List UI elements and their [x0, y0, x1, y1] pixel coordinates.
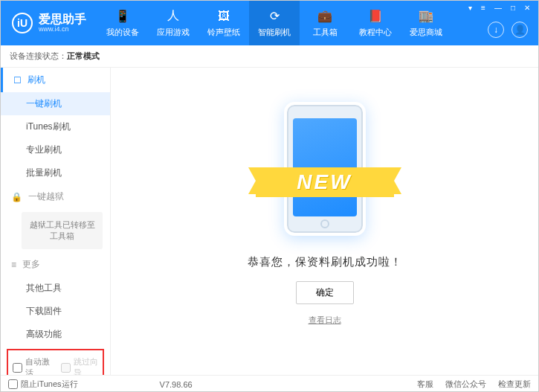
footer-link-0[interactable]: 客服: [417, 379, 433, 390]
download-icon[interactable]: ↓: [488, 22, 504, 38]
nav-label: 爱思商城: [410, 27, 442, 38]
nav-item-2[interactable]: 🖼铃声壁纸: [199, 1, 249, 45]
block-itunes-checkbox[interactable]: 阻止iTunes运行: [8, 379, 78, 390]
nav-label: 智能刷机: [258, 27, 291, 38]
nav-icon: 🏬: [419, 9, 433, 24]
jailbreak-note: 越狱工具已转移至工具箱: [22, 212, 103, 249]
tray-icon[interactable]: ≡: [479, 4, 488, 12]
more-label: 更多: [22, 258, 40, 271]
sidebar-group-more[interactable]: ≡ 更多: [1, 252, 110, 277]
titlebar: ▾ ≡ — □ ✕: [466, 4, 532, 12]
nav-item-3[interactable]: ⟳智能刷机: [249, 1, 300, 45]
nav-icon: 💼: [317, 9, 332, 24]
nav-icon: 📕: [368, 9, 383, 24]
sidebar-more-item-1[interactable]: 下载固件: [1, 300, 110, 323]
version-label: V7.98.66: [160, 380, 193, 389]
sidebar-item-0[interactable]: 一键刷机: [1, 92, 110, 115]
view-log-link[interactable]: 查看日志: [309, 315, 341, 326]
nav-item-0[interactable]: 📱我的设备: [97, 1, 148, 45]
close-icon[interactable]: ✕: [522, 4, 532, 12]
logo: iU 爱思助手 www.i4.cn: [1, 13, 97, 33]
skip-guide-checkbox[interactable]: 跳过向导: [61, 356, 99, 375]
sidebar-more-item-0[interactable]: 其他工具: [1, 277, 110, 300]
nav-icon: 📱: [115, 9, 130, 24]
nav-label: 铃声壁纸: [207, 27, 240, 38]
menu-icon[interactable]: ▾: [466, 4, 474, 12]
main-content: NEW 恭喜您，保资料刷机成功啦！ 确定 查看日志: [111, 68, 538, 375]
sidebar-head-flash[interactable]: ☐ 刷机: [1, 68, 110, 92]
nav-icon: 🖼: [216, 9, 231, 24]
ok-button[interactable]: 确定: [296, 281, 354, 304]
nav-label: 工具箱: [313, 27, 338, 38]
nav-icon: 人: [166, 9, 181, 24]
sidebar-item-2[interactable]: 专业刷机: [1, 138, 110, 161]
auto-activate-checkbox[interactable]: 自动激活: [13, 356, 51, 375]
sidebar-item-3[interactable]: 批量刷机: [1, 161, 110, 184]
maximize-icon[interactable]: □: [509, 4, 517, 12]
footer: 阻止iTunes运行 V7.98.66 客服微信公众号检查更新: [1, 375, 538, 392]
sidebar-more-item-2[interactable]: 高级功能: [1, 323, 110, 346]
minimize-icon[interactable]: —: [492, 4, 504, 12]
header: iU 爱思助手 www.i4.cn 📱我的设备人应用游戏🖼铃声壁纸⟳智能刷机💼工…: [1, 1, 538, 45]
nav-label: 应用游戏: [157, 27, 190, 38]
nav-label: 我的设备: [106, 27, 139, 38]
lock-icon: 🔒: [11, 192, 22, 202]
nav-item-4[interactable]: 💼工具箱: [300, 1, 350, 45]
app-name: 爱思助手: [39, 13, 86, 25]
top-nav: 📱我的设备人应用游戏🖼铃声壁纸⟳智能刷机💼工具箱📕教程中心🏬爱思商城: [97, 1, 451, 45]
nav-label: 教程中心: [359, 27, 392, 38]
sidebar-item-1[interactable]: iTunes刷机: [1, 115, 110, 138]
nav-item-1[interactable]: 人应用游戏: [148, 1, 199, 45]
success-text: 恭喜您，保资料刷机成功啦！: [248, 255, 402, 269]
footer-link-2[interactable]: 检查更新: [498, 379, 531, 390]
app-url: www.i4.cn: [39, 25, 86, 33]
status-bar: 设备连接状态：正常模式: [1, 45, 538, 68]
nav-item-6[interactable]: 🏬爱思商城: [401, 1, 451, 45]
user-icon[interactable]: 👤: [511, 22, 528, 38]
nav-icon: ⟳: [267, 9, 282, 24]
options-row: 自动激活 跳过向导: [7, 349, 104, 375]
list-icon: ≡: [11, 260, 16, 270]
footer-link-1[interactable]: 微信公众号: [445, 379, 486, 390]
phone-illustration: NEW: [284, 102, 366, 236]
status-label: 设备连接状态：: [10, 51, 67, 60]
nav-item-5[interactable]: 📕教程中心: [350, 1, 401, 45]
status-value: 正常模式: [67, 51, 100, 60]
logo-icon: iU: [12, 13, 33, 33]
sidebar-head-label: 刷机: [28, 74, 45, 86]
sidebar-group-jailbreak: 🔒 一键越狱: [1, 184, 110, 209]
flash-icon: ☐: [13, 75, 22, 86]
jailbreak-label: 一键越狱: [28, 190, 64, 203]
sidebar: ☐ 刷机 一键刷机iTunes刷机专业刷机批量刷机 🔒 一键越狱 越狱工具已转移…: [1, 68, 111, 375]
new-banner: NEW: [256, 167, 394, 197]
